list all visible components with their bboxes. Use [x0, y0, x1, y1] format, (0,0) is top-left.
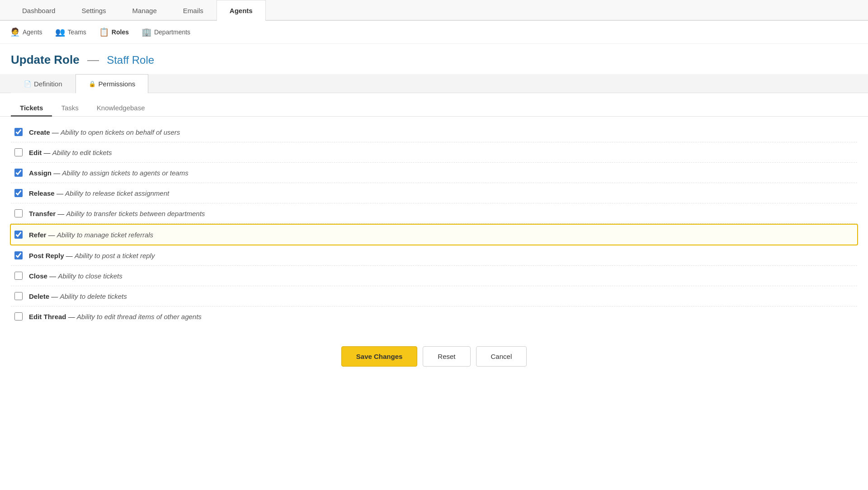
permission-item-refer: Refer — Ability to manage ticket referra… — [10, 224, 858, 245]
permission-item-edit-thread: Edit Thread — Ability to edit thread ite… — [11, 306, 857, 326]
bottom-actions: Save Changes Reset Cancel — [0, 332, 868, 385]
top-nav-item-emails[interactable]: Emails — [170, 0, 217, 21]
permission-label-post-reply[interactable]: Post Reply — Ability to post a ticket re… — [29, 252, 155, 259]
cancel-button[interactable]: Cancel — [476, 346, 527, 367]
reset-button[interactable]: Reset — [423, 346, 470, 367]
permission-item-close: Close — Ability to close tickets — [11, 266, 857, 286]
permission-checkbox-edit[interactable] — [14, 148, 23, 156]
roles-icon: 📋 — [99, 27, 109, 37]
top-navigation: DashboardSettingsManageEmailsAgents — [0, 0, 868, 21]
permission-item-release: Release — Ability to release ticket assi… — [11, 183, 857, 203]
permission-checkbox-edit-thread[interactable] — [14, 312, 23, 320]
permission-checkbox-release[interactable] — [14, 189, 23, 197]
role-tab-label-definition: Definition — [34, 80, 62, 88]
permission-checkbox-transfer[interactable] — [14, 209, 23, 217]
secondary-nav-item-roles[interactable]: 📋Roles — [98, 25, 130, 39]
content-tabs: TicketsTasksKnowledgebase — [0, 93, 868, 117]
secondary-nav-item-agents[interactable]: 🧑‍💼Agents — [9, 25, 43, 39]
secondary-nav-label-departments: Departments — [154, 28, 190, 36]
page-title-subtitle: Staff Role — [107, 54, 154, 66]
permission-label-delete[interactable]: Delete — Ability to delete tickets — [29, 292, 127, 300]
top-nav-item-settings[interactable]: Settings — [68, 0, 119, 21]
role-tab-definition[interactable]: 📄Definition — [11, 74, 75, 93]
role-tab-label-permissions: Permissions — [99, 80, 136, 88]
agents-icon: 🧑‍💼 — [10, 27, 20, 37]
page-title-main: Update Role — [11, 53, 80, 66]
permissions-list: Create — Ability to open tickets on beha… — [0, 117, 868, 332]
teams-icon: 👥 — [55, 27, 65, 37]
permission-checkbox-close[interactable] — [14, 272, 23, 280]
content-tab-tasks[interactable]: Tasks — [52, 100, 87, 117]
title-separator: — — [87, 53, 99, 66]
permission-label-edit[interactable]: Edit — Ability to edit tickets — [29, 149, 112, 156]
permission-checkbox-assign[interactable] — [14, 169, 23, 177]
permissions-tab-icon: 🔒 — [89, 80, 96, 87]
permission-label-close[interactable]: Close — Ability to close tickets — [29, 272, 123, 280]
secondary-navigation: 🧑‍💼Agents👥Teams📋Roles🏢Departments — [0, 21, 868, 44]
permission-label-release[interactable]: Release — Ability to release ticket assi… — [29, 189, 169, 197]
definition-tab-icon: 📄 — [24, 80, 31, 87]
permission-item-assign: Assign — Ability to assign tickets to ag… — [11, 163, 857, 183]
permission-label-transfer[interactable]: Transfer — Ability to transfer tickets b… — [29, 210, 205, 217]
content-tab-knowledgebase[interactable]: Knowledgebase — [88, 100, 154, 117]
top-nav-item-dashboard[interactable]: Dashboard — [9, 0, 68, 21]
secondary-nav-label-agents: Agents — [23, 28, 42, 36]
secondary-nav-label-teams: Teams — [68, 28, 86, 36]
save-button[interactable]: Save Changes — [341, 346, 418, 367]
permission-item-transfer: Transfer — Ability to transfer tickets b… — [11, 203, 857, 224]
secondary-nav-item-teams[interactable]: 👥Teams — [54, 25, 87, 39]
permission-checkbox-create[interactable] — [14, 128, 23, 136]
departments-icon: 🏢 — [142, 27, 151, 37]
permission-item-create: Create — Ability to open tickets on beha… — [11, 122, 857, 142]
permission-label-refer[interactable]: Refer — Ability to manage ticket referra… — [29, 231, 153, 239]
permission-checkbox-delete[interactable] — [14, 292, 23, 300]
permission-label-assign[interactable]: Assign — Ability to assign tickets to ag… — [29, 169, 189, 177]
top-nav-item-agents[interactable]: Agents — [217, 0, 266, 21]
role-tab-permissions[interactable]: 🔒Permissions — [75, 74, 149, 93]
page-title-section: Update Role — Staff Role — [0, 44, 868, 74]
secondary-nav-label-roles: Roles — [112, 28, 129, 36]
top-nav-item-manage[interactable]: Manage — [119, 0, 170, 21]
permission-item-edit: Edit — Ability to edit tickets — [11, 142, 857, 163]
role-tabs: 📄Definition🔒Permissions — [0, 74, 868, 93]
permission-item-post-reply: Post Reply — Ability to post a ticket re… — [11, 245, 857, 266]
permission-label-create[interactable]: Create — Ability to open tickets on beha… — [29, 128, 180, 136]
content-tab-tickets[interactable]: Tickets — [11, 100, 52, 117]
permission-checkbox-refer[interactable] — [14, 231, 23, 239]
permission-checkbox-post-reply[interactable] — [14, 251, 23, 259]
permission-item-delete: Delete — Ability to delete tickets — [11, 286, 857, 306]
permission-label-edit-thread[interactable]: Edit Thread — Ability to edit thread ite… — [29, 313, 202, 320]
secondary-nav-item-departments[interactable]: 🏢Departments — [141, 25, 191, 39]
